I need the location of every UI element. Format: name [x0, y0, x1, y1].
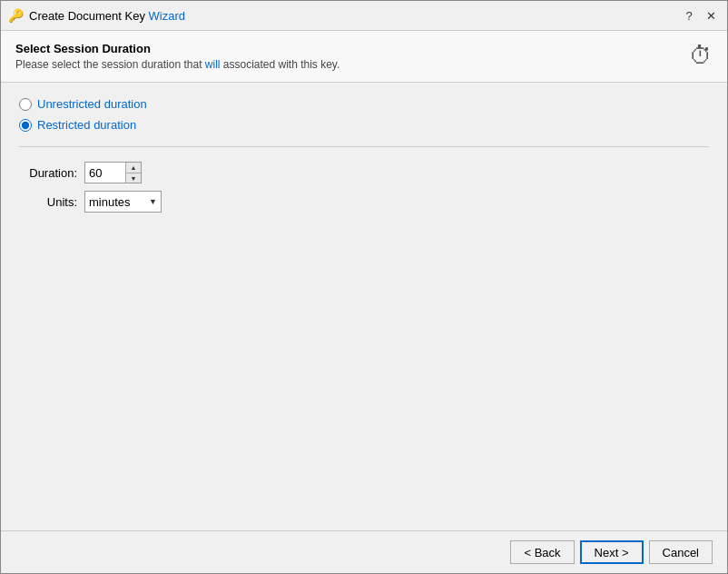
restricted-duration-option[interactable]: Restricted duration: [19, 118, 709, 132]
back-button[interactable]: < Back: [510, 540, 574, 564]
app-icon: 🔑: [8, 8, 24, 23]
spin-up-button[interactable]: ▲: [126, 163, 141, 173]
help-button[interactable]: ?: [680, 6, 698, 25]
spin-buttons: ▲ ▼: [125, 163, 141, 183]
title-bar: 🔑 Create Document Key Wizard ? ✕: [1, 1, 727, 31]
unrestricted-label: Unrestricted duration: [37, 97, 147, 111]
footer: < Back Next > Cancel: [1, 530, 727, 573]
units-label: Units:: [19, 195, 77, 209]
header-subtitle: Please select the session duration that …: [15, 58, 339, 71]
header-text-block: Select Session Duration Please select th…: [15, 42, 339, 71]
units-select-wrap: minutes hours days ▼: [84, 191, 162, 213]
title-text-highlight: Wizard: [149, 9, 185, 23]
header-section: Select Session Duration Please select th…: [1, 31, 727, 83]
section-separator: [19, 146, 709, 147]
subtitle-text-after: associated with this key.: [220, 58, 339, 71]
close-button[interactable]: ✕: [702, 6, 720, 25]
subtitle-highlight: will: [205, 58, 221, 71]
duration-field-wrap: ▲ ▼: [84, 162, 142, 183]
title-text-before: Create Document Key: [29, 9, 149, 23]
header-title: Select Session Duration: [15, 42, 339, 55]
stopwatch-icon: ⏱: [689, 42, 713, 70]
duration-radio-group: Unrestricted duration Restricted duratio…: [19, 97, 709, 132]
restricted-label: Restricted duration: [37, 118, 136, 132]
title-bar-label: Create Document Key Wizard: [29, 9, 674, 23]
duration-input[interactable]: [85, 163, 125, 183]
duration-form-row: Duration: ▲ ▼: [19, 162, 709, 183]
subtitle-text-before: Please select the session duration that: [15, 58, 205, 71]
unrestricted-radio[interactable]: [19, 98, 32, 111]
restricted-radio[interactable]: [19, 119, 32, 132]
units-dropdown-arrow: ▼: [149, 197, 161, 206]
unrestricted-duration-option[interactable]: Unrestricted duration: [19, 97, 709, 111]
units-form-row: Units: minutes hours days ▼: [19, 191, 709, 213]
spin-down-button[interactable]: ▼: [126, 173, 141, 183]
duration-label: Duration:: [19, 166, 77, 180]
next-button[interactable]: Next >: [580, 540, 644, 564]
title-bar-controls: ? ✕: [680, 6, 720, 25]
main-content: Unrestricted duration Restricted duratio…: [1, 83, 727, 530]
cancel-button[interactable]: Cancel: [649, 540, 713, 564]
units-select[interactable]: minutes hours days: [85, 192, 149, 212]
